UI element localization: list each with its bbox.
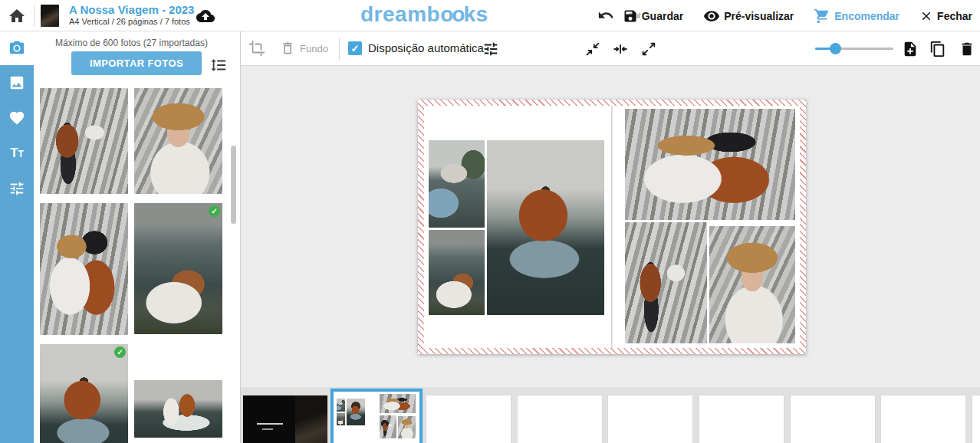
- dreambooks-editor-window: A Nossa Viagem - 2023 A4 Vertical / 26 p…: [0, 0, 980, 443]
- book-subtitle: A4 Vertical / 26 páginas / 7 fotos: [69, 17, 194, 27]
- page-thumbnail-empty[interactable]: [972, 395, 980, 443]
- auto-layout-option[interactable]: Disposição automática: [368, 41, 484, 54]
- mini-photo: [337, 413, 345, 425]
- spread-photo-woman-hat[interactable]: [709, 226, 795, 343]
- cover-photo: [295, 395, 327, 443]
- tab-gallery[interactable]: [0, 65, 34, 100]
- cloud-upload-icon: [196, 7, 215, 25]
- pages-strip: [241, 387, 980, 443]
- home-button[interactable]: [8, 0, 26, 31]
- cloud-upload-button[interactable]: [196, 7, 215, 25]
- layout-settings-button[interactable]: [482, 41, 499, 57]
- sidebar-icon-rail: TT: [0, 31, 34, 443]
- editor-canvas[interactable]: [241, 66, 980, 387]
- spread-photo-man-rock[interactable]: [625, 222, 707, 343]
- page-thumbnail-cover[interactable]: [243, 395, 327, 443]
- sort-icon: [210, 57, 227, 74]
- center-layout-button[interactable]: [612, 41, 629, 57]
- header-actions: Guardar Pré-visualizar Encomendar Fechar: [623, 0, 972, 31]
- book-cover-thumbnail[interactable]: [41, 5, 59, 27]
- tab-filters[interactable]: [0, 171, 34, 205]
- photo-used-check-icon: ✓: [209, 205, 220, 217]
- zoom-slider[interactable]: [815, 48, 893, 50]
- camera-icon: [8, 40, 25, 57]
- photo-thumbnail-couple-boat[interactable]: [134, 380, 222, 438]
- close-icon: [919, 9, 933, 23]
- text-icon: TT: [10, 146, 24, 159]
- duplicate-page-button[interactable]: [929, 41, 946, 57]
- page-thumbnail-empty[interactable]: [699, 395, 784, 443]
- save-icon: [623, 8, 638, 24]
- tab-favorites[interactable]: [0, 100, 34, 135]
- auto-layout-checkbox[interactable]: ✓: [348, 41, 362, 55]
- page-thumbnail-empty[interactable]: [881, 395, 965, 443]
- main-divider: [240, 31, 241, 443]
- spread-gutter: [611, 106, 613, 348]
- expand-diagonal-icon: [640, 41, 657, 57]
- photo-used-check-icon: ✓: [114, 346, 126, 358]
- background-label: Fundo: [300, 43, 328, 54]
- photos-panel: Máximo de 600 fotos (27 importadas) IMPO…: [34, 31, 240, 443]
- mini-photo: [380, 415, 396, 438]
- photo-thumbnail-couple-rock[interactable]: [40, 88, 128, 194]
- shrink-layout-button[interactable]: [584, 41, 601, 57]
- dreambooks-logo: dreambooks: [360, 2, 488, 27]
- sidebar-rail-strip: TT: [0, 65, 34, 443]
- eye-icon: [703, 8, 720, 25]
- import-photos-button[interactable]: IMPORTAR FOTOS: [71, 51, 202, 75]
- tab-photos[interactable]: [0, 31, 34, 65]
- photo-thumbnail-woman-hat[interactable]: [134, 88, 222, 194]
- page-thumbnail-empty[interactable]: [608, 395, 692, 443]
- save-button[interactable]: Guardar: [623, 8, 683, 24]
- collapse-diagonal-icon: [584, 41, 601, 57]
- zoom-slider-thumb[interactable]: [830, 43, 841, 54]
- tune-icon: [8, 180, 25, 197]
- mini-photo: [337, 399, 345, 412]
- page-thumbnail-empty[interactable]: [518, 395, 602, 443]
- trash-outline-icon: [280, 41, 295, 56]
- auto-layout-label: Disposição automática: [368, 41, 484, 54]
- crop-button[interactable]: [248, 40, 265, 57]
- page-thumbnail-current-spread[interactable]: [331, 389, 423, 443]
- undo-button[interactable]: [597, 7, 614, 24]
- add-page-button[interactable]: [902, 41, 919, 57]
- photo-thumbnail-man-boat[interactable]: ✓: [40, 344, 128, 443]
- home-icon: [8, 7, 26, 25]
- delete-background-button[interactable]: Fundo: [280, 41, 328, 56]
- order-label: Encomendar: [834, 10, 899, 22]
- page-thumbnail-empty[interactable]: [426, 395, 511, 443]
- undo-icon: [597, 7, 614, 24]
- preview-button[interactable]: Pré-visualizar: [703, 8, 794, 25]
- book-spread[interactable]: [418, 100, 806, 354]
- panel-scrollbar[interactable]: [231, 146, 236, 224]
- delete-page-button[interactable]: [959, 41, 975, 57]
- heart-icon: [8, 110, 25, 126]
- header-bar: A Nossa Viagem - 2023 A4 Vertical / 26 p…: [0, 0, 980, 31]
- header-divider: [34, 5, 35, 26]
- checkbox-checked-icon[interactable]: ✓: [348, 41, 362, 55]
- cover-subtitle-line: [262, 428, 273, 430]
- mini-photo: [347, 399, 365, 425]
- photos-limit-info: Máximo de 600 fotos (27 importadas): [34, 38, 229, 48]
- save-label: Guardar: [642, 10, 683, 22]
- copy-icon: [929, 41, 946, 57]
- image-icon: [8, 74, 25, 91]
- spread-photo-man-boat[interactable]: [487, 140, 604, 315]
- cover-title-area: [243, 395, 295, 443]
- add-page-icon: [902, 41, 919, 57]
- spread-photo-boat-lake[interactable]: [429, 140, 485, 228]
- close-button[interactable]: Fechar: [919, 9, 972, 23]
- spread-photo-couple-embrace[interactable]: [625, 109, 795, 220]
- page-thumbnail-empty[interactable]: [791, 395, 875, 443]
- sort-photos-button[interactable]: [210, 57, 227, 74]
- photo-thumbnail-woman-lake[interactable]: ✓: [134, 203, 222, 334]
- expand-layout-button[interactable]: [640, 41, 657, 57]
- edit-toolbar: Fundo ✓ Disposição automática: [241, 31, 980, 66]
- page-title: A Nossa Viagem - 2023: [69, 3, 194, 16]
- crop-icon: [248, 40, 265, 57]
- tab-text[interactable]: TT: [0, 136, 34, 170]
- order-button[interactable]: Encomendar: [814, 8, 899, 25]
- book-title-block: A Nossa Viagem - 2023 A4 Vertical / 26 p…: [69, 3, 194, 27]
- spread-photo-woman-lake[interactable]: [429, 230, 485, 315]
- photo-thumbnail-selfie[interactable]: [40, 203, 128, 335]
